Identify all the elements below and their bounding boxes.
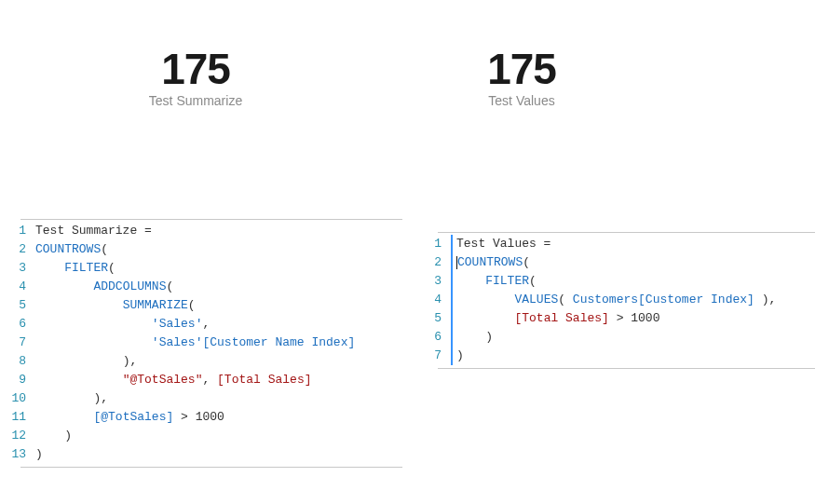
card-test-values: 175 Test Values [438, 47, 605, 108]
code-line[interactable]: 11 [@TotSales] > 1000 [7, 408, 408, 427]
formula-editor-values[interactable]: 1Test Values = 2COUNTROWS(3 FILTER(4 VAL… [425, 235, 816, 365]
token-paren: ( [558, 293, 573, 306]
token-plain [456, 293, 514, 306]
token-plain: > 1000 [609, 311, 660, 325]
code-content[interactable]: ) [35, 427, 408, 445]
token-paren: ) [456, 348, 464, 362]
token-plain: Test Values = [456, 237, 558, 251]
token-func: COUNTROWS [457, 255, 523, 269]
token-plain: , [129, 354, 137, 368]
code-line[interactable]: 5 [Total Sales] > 1000 [425, 309, 816, 328]
code-content[interactable]: [@TotSales] > 1000 [35, 408, 408, 427]
token-paren: ( [529, 274, 537, 288]
code-content[interactable]: 'Sales', [35, 315, 408, 334]
token-plain [35, 279, 93, 293]
token-paren: ( [108, 261, 116, 275]
code-line[interactable]: 13) [7, 445, 408, 464]
code-line[interactable]: 3 FILTER( [7, 259, 408, 278]
code-content[interactable]: ) [456, 347, 816, 365]
token-string: "@TotSales" [123, 373, 203, 387]
code-line[interactable]: 9 "@TotSales", [Total Sales] [7, 371, 408, 389]
code-content[interactable]: FILTER( [456, 272, 816, 291]
code-line[interactable]: 6 'Sales', [7, 315, 408, 334]
line-number: 5 [425, 309, 453, 328]
line-number: 12 [7, 427, 35, 445]
code-content[interactable]: COUNTROWS( [456, 253, 816, 272]
token-measure: [Total Sales] [514, 311, 608, 325]
code-line[interactable]: 3 FILTER( [425, 272, 816, 291]
code-content[interactable]: ) [456, 328, 816, 347]
token-plain: , [101, 391, 108, 405]
token-col: 'Sales' [152, 317, 203, 331]
code-line[interactable]: 6 ) [425, 328, 816, 347]
token-col: 'Sales'[Customer Name Index] [152, 335, 355, 349]
editor-border-bottom [20, 467, 402, 468]
token-plain [35, 410, 93, 424]
code-content[interactable]: VALUES( Customers[Customer Index] ), [456, 291, 816, 309]
code-line[interactable]: 2COUNTROWS( [425, 253, 816, 272]
token-paren: ) [485, 330, 493, 344]
line-number: 4 [7, 278, 35, 296]
code-line[interactable]: 1Test Values = [425, 235, 816, 253]
code-line[interactable]: 12 ) [7, 427, 408, 445]
code-content[interactable]: Test Values = [456, 235, 816, 253]
line-number: 5 [7, 296, 35, 315]
code-line[interactable]: 7) [425, 347, 816, 365]
token-plain [456, 330, 485, 344]
card-label: Test Values [438, 93, 605, 108]
card-test-summarize: 175 Test Summarize [112, 47, 279, 108]
code-line[interactable]: 8 ), [7, 352, 408, 371]
code-content[interactable]: Test Summarize = [35, 222, 408, 240]
code-content[interactable]: FILTER( [35, 259, 408, 278]
code-line[interactable]: 7 'Sales'[Customer Name Index] [7, 334, 408, 352]
line-number: 3 [425, 272, 453, 291]
token-plain: , [202, 373, 217, 387]
token-paren: ) [64, 429, 72, 443]
token-func: VALUES [514, 293, 558, 306]
line-number: 2 [7, 240, 35, 259]
line-number: 7 [425, 347, 453, 365]
code-content[interactable]: ), [35, 352, 408, 371]
token-paren: ) [35, 447, 43, 461]
code-line[interactable]: 1Test Summarize = [7, 222, 408, 240]
token-plain: Test Summarize = [35, 224, 159, 238]
code-content[interactable]: 'Sales'[Customer Name Index] [35, 334, 408, 352]
code-content[interactable]: "@TotSales", [Total Sales] [35, 371, 408, 389]
code-content[interactable]: ADDCOLUMNS( [35, 278, 408, 296]
token-paren: ( [166, 279, 173, 293]
code-line[interactable]: 2COUNTROWS( [7, 240, 408, 259]
line-number: 10 [7, 389, 35, 408]
editor-border-top [20, 219, 402, 220]
token-plain [35, 335, 152, 349]
token-plain [35, 317, 152, 331]
line-number: 4 [425, 291, 453, 309]
code-line[interactable]: 5 SUMMARIZE( [7, 296, 408, 315]
line-number: 3 [7, 259, 35, 278]
line-number: 1 [7, 222, 35, 240]
token-plain: > 1000 [173, 410, 224, 424]
token-func: ADDCOLUMNS [93, 279, 166, 293]
line-number: 13 [7, 445, 35, 464]
line-number: 7 [7, 334, 35, 352]
card-value: 175 [438, 47, 605, 91]
token-plain: , [202, 317, 210, 331]
code-content[interactable]: ) [35, 445, 408, 464]
line-number: 9 [7, 371, 35, 389]
token-measure: [Total Sales] [217, 373, 311, 387]
code-content[interactable]: [Total Sales] > 1000 [456, 309, 816, 328]
code-line[interactable]: 10 ), [7, 389, 408, 408]
line-number: 6 [7, 315, 35, 334]
token-paren: ( [101, 242, 108, 256]
token-func: FILTER [485, 274, 529, 288]
formula-editor-summarize[interactable]: 1Test Summarize = 2COUNTROWS(3 FILTER(4 … [7, 222, 408, 464]
token-func: SUMMARIZE [123, 298, 188, 312]
token-paren: ) [754, 293, 769, 306]
token-plain [35, 354, 123, 368]
code-content[interactable]: COUNTROWS( [35, 240, 408, 259]
code-content[interactable]: SUMMARIZE( [35, 296, 408, 315]
code-line[interactable]: 4 VALUES( Customers[Customer Index] ), [425, 291, 816, 309]
token-plain [35, 391, 93, 405]
editor-border-bottom [438, 368, 815, 369]
code-content[interactable]: ), [35, 389, 408, 408]
code-line[interactable]: 4 ADDCOLUMNS( [7, 278, 408, 296]
